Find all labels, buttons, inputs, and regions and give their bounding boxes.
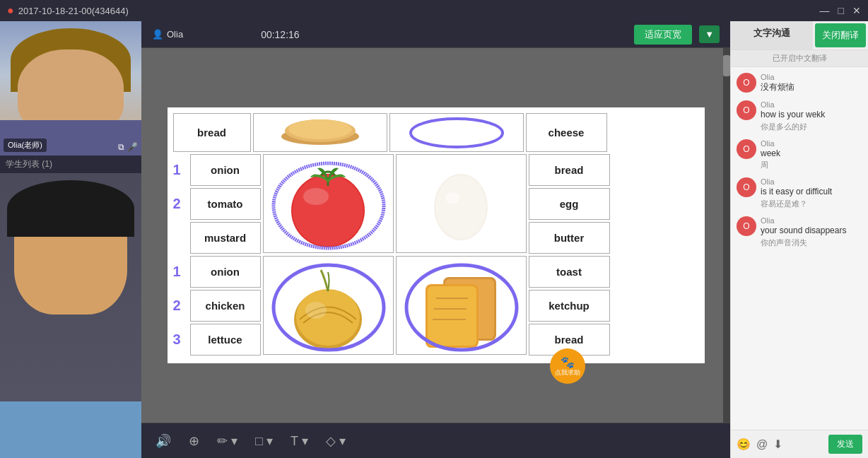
toast-circle-overlay [397,257,527,355]
msg-text-0: 没有烦恼 [761,81,862,93]
chicken-row: 2 chicken [173,290,261,322]
right-words-col-2: toast ketchup bread [529,256,610,356]
left-words-col: 1 onion 2 tomato mustard [173,154,261,254]
user-info: 👤 Olia [152,29,183,40]
msg-text-1: how is your wekk [761,109,862,121]
tomato-circle-overlay [264,155,394,253]
fit-width-button[interactable]: 适应页宽 [634,25,692,45]
send-button[interactable]: 发送 [828,435,862,454]
eraser-tool-icon[interactable]: ◇ ▾ [326,433,346,449]
num2-mark: 2 [173,196,187,212]
avatar-1: O [737,100,756,120]
minimize-btn[interactable]: — [820,5,830,16]
chat-tab[interactable]: 文字沟通 [731,21,813,49]
avatar-4: O [737,216,756,236]
right-panel: 文字沟通 关闭翻译 已开启中文翻译 O Olia 没有烦恼 [730,21,868,458]
msg-content-3: Olia is it easy or difficult 容易还是难？ [761,177,862,209]
msg-sender-0: Olia [761,73,862,81]
bottom-toolbar: 🔊 ⊕ ✏ ▾ □ ▾ T ▾ ◇ ▾ [141,423,730,458]
chat-message-0: O Olia 没有烦恼 [737,73,862,93]
img-toast [396,256,527,355]
msg-text-2: week [761,148,862,160]
lesson-wrapper: bread [141,48,730,423]
avatar-2: O [737,139,756,159]
svg-point-9 [435,175,486,239]
bread-svg [278,117,363,148]
right-words-col: bread egg butter [529,154,610,254]
svg-point-2 [288,119,352,139]
scrollbar-thumb[interactable] [723,55,730,76]
msg-content-0: Olia 没有烦恼 [761,73,862,93]
video-area: bread [141,48,730,423]
msg-translate-1: 你是多么的好 [761,122,862,132]
close-translate-btn[interactable]: 关闭翻译 [815,23,866,47]
img-onion [263,256,394,355]
user-icon: 👤 [152,29,163,40]
msg-translate-4: 你的声音消失 [761,237,862,248]
chat-message-3: O Olia is it easy or difficult 容易还是难？ [737,177,862,209]
word-mustard: mustard [190,222,261,254]
lesson-row-1: 1 onion 2 tomato mustard [173,154,699,254]
avatar-0: O [737,73,756,93]
word-toast: toast [529,256,610,288]
lesson-row-0: bread [173,113,699,152]
rect-tool-icon[interactable]: □ ▾ [255,433,273,449]
word-lettuce: lettuce [190,324,261,356]
num1-mark: 1 [173,162,187,178]
msg-sender-3: Olia [761,177,862,186]
img-egg [396,154,527,253]
avatar-3: O [737,177,756,197]
onion-row-2: 1 onion [173,256,261,288]
lesson-sheet: bread [168,107,705,363]
left-words-col-2: 1 onion 2 chicken 3 lettuce [173,256,261,356]
msg-text-3: is it easy or difficult [761,186,862,198]
close-btn[interactable]: ✕ [852,5,861,16]
pen-tool-icon[interactable]: ✏ ▾ [217,433,237,449]
left-panel: Olia(老师) ⧉ 🎤 学生列表 (1) [0,21,141,458]
msg-content-2: Olia week 周 [761,139,862,171]
chat-message-4: O Olia your sound disappears 你的声音消失 [737,216,862,248]
msg-translate-3: 容易还是难？ [761,199,862,209]
window-title: 2017-10-18-21-00(434644) [18,6,129,16]
svg-point-14 [274,265,384,350]
teacher-label: Olia(老师) [4,139,47,152]
word-onion-2: onion [190,256,261,288]
word-onion-1: onion [190,154,261,186]
emoji-icon[interactable]: 😊 [737,438,751,451]
user-name: Olia [167,29,183,40]
msg-sender-1: Olia [761,100,862,109]
mic-icon: 🎤 [127,142,138,152]
word-tomato: tomato [190,188,261,220]
translate-bar: 已开启中文翻译 [731,50,868,67]
app-icon: ● [7,4,14,17]
num2c-mark: 2 [173,298,187,314]
msg-sender-4: Olia [761,216,862,225]
word-cheese: cheese [526,113,607,152]
student-label-bar: 学生列表 (1) [0,155,141,173]
center-panel: 👤 Olia 00:12:16 适应页宽 ▼ bread [141,21,730,458]
download-icon[interactable]: ⬇ [773,438,782,451]
lesson-row-2: 1 onion 2 chicken 3 lettuce [173,256,699,356]
window-controls[interactable]: — □ ✕ [820,5,861,16]
msg-text-4: your sound disappears [761,225,862,237]
fit-dropdown-button[interactable]: ▼ [699,25,720,43]
help-button[interactable]: 🐾 点我求助 [550,348,585,384]
img-empty-top [389,113,524,152]
at-icon[interactable]: @ [756,438,768,451]
maximize-btn[interactable]: □ [838,5,844,16]
volume-icon[interactable]: 🔊 [156,433,171,449]
text-tool-icon[interactable]: T ▾ [291,433,308,449]
titlebar: ● 2017-10-18-21-00(434644) — □ ✕ [0,0,868,21]
img-bread [253,113,387,152]
svg-point-3 [411,119,503,147]
num1b-mark: 1 [173,264,187,280]
teacher-video: Olia(老师) ⧉ 🎤 [0,21,141,155]
compass-icon[interactable]: ⊕ [189,433,199,449]
egg-svg [418,161,503,246]
msg-sender-2: Olia [761,139,862,148]
msg-content-1: Olia how is your wekk 你是多么的好 [761,100,862,132]
chat-messages: O Olia 没有烦恼 O Olia how is your wekk 你是多么… [731,67,868,430]
timer-display: 00:12:16 [261,29,300,40]
video-scrollbar[interactable] [723,48,730,423]
word-bread-2: bread [529,154,610,186]
